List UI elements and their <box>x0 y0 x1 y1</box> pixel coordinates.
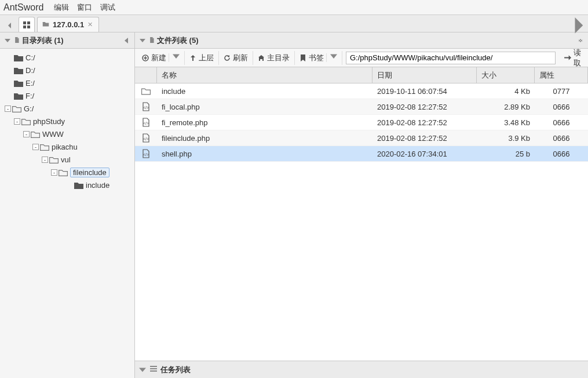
tab-prev-button[interactable] <box>3 19 16 32</box>
svg-rect-24 <box>150 370 157 372</box>
tree-drive[interactable]: D:/ <box>0 64 134 77</box>
menu-window[interactable]: 窗口 <box>74 1 96 14</box>
tree-node-label: include <box>86 181 109 190</box>
svg-rect-23 <box>150 368 157 369</box>
collapse-icon[interactable]: - <box>23 131 30 137</box>
folder-icon <box>135 86 157 96</box>
tab-close-icon[interactable]: ✕ <box>87 21 93 28</box>
svg-text:</>: </> <box>143 152 149 157</box>
panel-expand-icon[interactable] <box>576 38 585 43</box>
collapse-icon[interactable]: - <box>5 106 11 112</box>
file-toolbar: 新建 上层 刷新 主目录 书签 读取 <box>135 49 588 67</box>
file-size: 3.9 Kb <box>477 134 535 143</box>
panel-toggle-icon[interactable] <box>3 38 12 43</box>
tree-folder[interactable]: -WWW <box>0 128 134 140</box>
file-name: include <box>157 87 372 96</box>
tree-node-label: pikachu <box>52 143 78 151</box>
file-attr: 0777 <box>535 87 588 96</box>
col-name[interactable]: 名称 <box>157 67 372 83</box>
menu-debug[interactable]: 调试 <box>97 1 119 14</box>
file-date: 2019-10-11 06:07:54 <box>372 87 477 96</box>
svg-marker-14 <box>173 54 180 59</box>
up-button[interactable]: 上层 <box>185 51 219 65</box>
tab-overview-button[interactable] <box>19 17 35 32</box>
tree-folder[interactable]: -phpStudy <box>0 115 134 128</box>
table-row[interactable]: include2019-10-11 06:07:544 Kb0777 <box>135 83 588 99</box>
toggle-spacer <box>65 181 73 189</box>
home-label: 主目录 <box>267 53 290 63</box>
svg-marker-0 <box>8 23 11 28</box>
tasks-panel[interactable]: 任务列表 <box>135 361 588 378</box>
tree-folder[interactable]: -vul <box>0 153 134 166</box>
file-table[interactable]: 名称 日期 大小 属性 include2019-10-11 06:07:544 … <box>135 67 588 361</box>
folder-icon <box>59 168 68 176</box>
file-date: 2019-02-08 12:27:52 <box>372 118 477 127</box>
file-name: fi_local.php <box>157 103 372 111</box>
col-size[interactable]: 大小 <box>477 67 535 83</box>
panel-toggle-icon[interactable] <box>138 38 147 43</box>
menu-bar: AntSword 编辑 窗口 调试 <box>0 0 588 15</box>
php-file-icon: </> <box>135 133 157 143</box>
toggle-spacer <box>5 66 13 74</box>
collapse-icon[interactable]: - <box>42 157 48 163</box>
table-row[interactable]: </>fileinclude.php2019-02-08 12:27:523.9… <box>135 130 588 146</box>
php-file-icon: </> <box>135 102 157 111</box>
menu-edit[interactable]: 编辑 <box>50 1 72 14</box>
table-row[interactable]: </>fi_local.php2019-02-08 12:27:522.89 K… <box>135 99 588 115</box>
tree-node-label: F:/ <box>25 92 34 100</box>
tree-node-label: fileinclude <box>70 168 109 177</box>
path-input[interactable] <box>346 52 556 64</box>
tab-next-button[interactable] <box>572 19 585 32</box>
tree-drive[interactable]: F:/ <box>0 89 134 102</box>
tree-node-label: D:/ <box>25 66 35 75</box>
tree-drive[interactable]: C:/ <box>0 51 134 64</box>
svg-text:</>: </> <box>143 121 149 125</box>
tree-folder[interactable]: include <box>0 179 134 191</box>
col-icon[interactable] <box>135 67 157 83</box>
collapse-icon[interactable]: - <box>51 169 57 176</box>
svg-marker-16 <box>330 54 337 59</box>
up-label: 上层 <box>199 53 214 63</box>
panel-collapse-icon[interactable] <box>123 38 131 43</box>
svg-rect-22 <box>150 366 157 367</box>
read-button[interactable]: 读取 <box>559 51 586 65</box>
tree-node-label: WWW <box>42 130 64 139</box>
directory-tree[interactable]: C:/D:/E:/F:/-G:/-phpStudy-WWW-pikachu-vu… <box>0 49 134 378</box>
svg-rect-2 <box>27 21 30 24</box>
tree-drive[interactable]: E:/ <box>0 77 134 89</box>
collapse-icon[interactable]: - <box>14 118 20 125</box>
folder-icon <box>49 155 59 163</box>
bookmark-button[interactable]: 书签 <box>295 51 342 65</box>
tree-node-label: G:/ <box>24 104 34 113</box>
refresh-button[interactable]: 刷新 <box>219 51 253 65</box>
folder-icon <box>14 53 23 61</box>
file-size: 4 Kb <box>477 87 535 96</box>
tree-folder-current[interactable]: -fileinclude <box>0 166 134 179</box>
chevron-down-icon[interactable] <box>169 53 180 62</box>
refresh-label: 刷新 <box>233 53 248 63</box>
collapse-icon[interactable]: - <box>32 144 39 150</box>
new-button[interactable]: 新建 <box>137 51 185 65</box>
toggle-spacer <box>5 92 13 100</box>
php-file-icon: </> <box>135 118 157 127</box>
folder-icon <box>31 130 40 138</box>
file-name: shell.php <box>157 150 372 158</box>
file-panel-header: 文件列表 (5) <box>135 32 588 49</box>
table-row[interactable]: </>shell.php2020-02-16 07:34:0125 b0666 <box>135 146 588 162</box>
tree-drive-g[interactable]: -G:/ <box>0 102 134 115</box>
col-date[interactable]: 日期 <box>372 67 477 83</box>
tree-folder[interactable]: -pikachu <box>0 140 134 153</box>
col-attr[interactable]: 属性 <box>535 67 588 83</box>
svg-marker-6 <box>5 39 10 42</box>
table-row[interactable]: </>fi_remote.php2019-02-08 12:27:523.48 … <box>135 115 588 130</box>
file-name: fileinclude.php <box>157 134 372 143</box>
file-attr: 0666 <box>535 118 588 127</box>
tab-host[interactable]: 127.0.0.1 ✕ <box>37 17 99 32</box>
chevron-down-icon[interactable] <box>326 53 337 62</box>
file-size: 2.89 Kb <box>477 103 535 111</box>
home-button[interactable]: 主目录 <box>253 51 295 65</box>
tasks-toggle-icon[interactable] <box>138 366 147 373</box>
tab-bar: 127.0.0.1 ✕ <box>0 15 588 32</box>
svg-text:</>: </> <box>143 106 149 110</box>
file-panel: 文件列表 (5) 新建 上层 刷新 主目录 <box>135 32 588 378</box>
